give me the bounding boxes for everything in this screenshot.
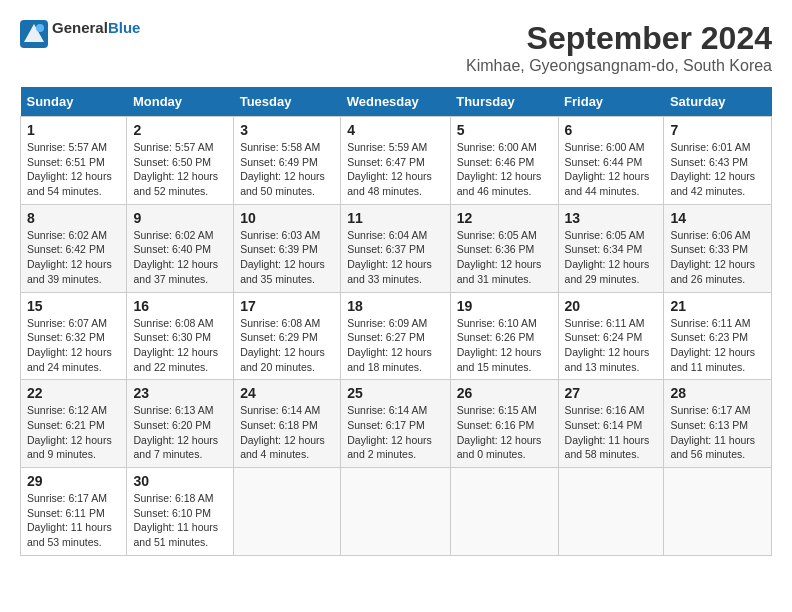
- day-number: 10: [240, 210, 334, 226]
- logo: GeneralBlue: [20, 20, 140, 48]
- calendar-cell: 14Sunrise: 6:06 AMSunset: 6:33 PMDayligh…: [664, 204, 772, 292]
- day-info: Sunrise: 6:00 AMSunset: 6:44 PMDaylight:…: [565, 141, 650, 197]
- logo-icon: [20, 20, 48, 48]
- calendar-cell: [450, 468, 558, 556]
- calendar-cell: [234, 468, 341, 556]
- day-info: Sunrise: 6:11 AMSunset: 6:23 PMDaylight:…: [670, 317, 755, 373]
- calendar-cell: 3Sunrise: 5:58 AMSunset: 6:49 PMDaylight…: [234, 117, 341, 205]
- header-tuesday: Tuesday: [234, 87, 341, 117]
- calendar-cell: 20Sunrise: 6:11 AMSunset: 6:24 PMDayligh…: [558, 292, 664, 380]
- calendar-cell: 22Sunrise: 6:12 AMSunset: 6:21 PMDayligh…: [21, 380, 127, 468]
- calendar-cell: 9Sunrise: 6:02 AMSunset: 6:40 PMDaylight…: [127, 204, 234, 292]
- calendar-cell: 19Sunrise: 6:10 AMSunset: 6:26 PMDayligh…: [450, 292, 558, 380]
- day-number: 2: [133, 122, 227, 138]
- header-thursday: Thursday: [450, 87, 558, 117]
- day-info: Sunrise: 5:58 AMSunset: 6:49 PMDaylight:…: [240, 141, 325, 197]
- day-info: Sunrise: 6:15 AMSunset: 6:16 PMDaylight:…: [457, 404, 542, 460]
- calendar-cell: 16Sunrise: 6:08 AMSunset: 6:30 PMDayligh…: [127, 292, 234, 380]
- calendar-cell: 27Sunrise: 6:16 AMSunset: 6:14 PMDayligh…: [558, 380, 664, 468]
- calendar-cell: 12Sunrise: 6:05 AMSunset: 6:36 PMDayligh…: [450, 204, 558, 292]
- day-info: Sunrise: 6:10 AMSunset: 6:26 PMDaylight:…: [457, 317, 542, 373]
- calendar-cell: 23Sunrise: 6:13 AMSunset: 6:20 PMDayligh…: [127, 380, 234, 468]
- calendar-cell: [664, 468, 772, 556]
- day-number: 29: [27, 473, 120, 489]
- day-info: Sunrise: 6:08 AMSunset: 6:30 PMDaylight:…: [133, 317, 218, 373]
- day-number: 12: [457, 210, 552, 226]
- day-info: Sunrise: 6:07 AMSunset: 6:32 PMDaylight:…: [27, 317, 112, 373]
- day-number: 4: [347, 122, 443, 138]
- day-info: Sunrise: 6:02 AMSunset: 6:42 PMDaylight:…: [27, 229, 112, 285]
- day-number: 11: [347, 210, 443, 226]
- calendar-week-5: 29Sunrise: 6:17 AMSunset: 6:11 PMDayligh…: [21, 468, 772, 556]
- day-info: Sunrise: 6:01 AMSunset: 6:43 PMDaylight:…: [670, 141, 755, 197]
- day-info: Sunrise: 6:13 AMSunset: 6:20 PMDaylight:…: [133, 404, 218, 460]
- day-info: Sunrise: 6:02 AMSunset: 6:40 PMDaylight:…: [133, 229, 218, 285]
- calendar-cell: 10Sunrise: 6:03 AMSunset: 6:39 PMDayligh…: [234, 204, 341, 292]
- day-info: Sunrise: 6:00 AMSunset: 6:46 PMDaylight:…: [457, 141, 542, 197]
- day-number: 8: [27, 210, 120, 226]
- day-number: 23: [133, 385, 227, 401]
- day-info: Sunrise: 6:18 AMSunset: 6:10 PMDaylight:…: [133, 492, 218, 548]
- day-number: 19: [457, 298, 552, 314]
- day-number: 18: [347, 298, 443, 314]
- calendar-cell: 13Sunrise: 6:05 AMSunset: 6:34 PMDayligh…: [558, 204, 664, 292]
- day-info: Sunrise: 6:09 AMSunset: 6:27 PMDaylight:…: [347, 317, 432, 373]
- calendar-cell: 26Sunrise: 6:15 AMSunset: 6:16 PMDayligh…: [450, 380, 558, 468]
- day-number: 7: [670, 122, 765, 138]
- calendar-cell: 4Sunrise: 5:59 AMSunset: 6:47 PMDaylight…: [341, 117, 450, 205]
- day-number: 17: [240, 298, 334, 314]
- day-number: 1: [27, 122, 120, 138]
- calendar-cell: 8Sunrise: 6:02 AMSunset: 6:42 PMDaylight…: [21, 204, 127, 292]
- day-info: Sunrise: 6:08 AMSunset: 6:29 PMDaylight:…: [240, 317, 325, 373]
- day-number: 20: [565, 298, 658, 314]
- calendar-cell: 1Sunrise: 5:57 AMSunset: 6:51 PMDaylight…: [21, 117, 127, 205]
- calendar-cell: 29Sunrise: 6:17 AMSunset: 6:11 PMDayligh…: [21, 468, 127, 556]
- day-info: Sunrise: 5:57 AMSunset: 6:51 PMDaylight:…: [27, 141, 112, 197]
- day-number: 26: [457, 385, 552, 401]
- header-monday: Monday: [127, 87, 234, 117]
- calendar-week-3: 15Sunrise: 6:07 AMSunset: 6:32 PMDayligh…: [21, 292, 772, 380]
- day-info: Sunrise: 5:57 AMSunset: 6:50 PMDaylight:…: [133, 141, 218, 197]
- calendar-cell: 21Sunrise: 6:11 AMSunset: 6:23 PMDayligh…: [664, 292, 772, 380]
- logo-text: GeneralBlue: [52, 20, 140, 37]
- calendar-cell: 24Sunrise: 6:14 AMSunset: 6:18 PMDayligh…: [234, 380, 341, 468]
- day-number: 15: [27, 298, 120, 314]
- calendar-cell: 7Sunrise: 6:01 AMSunset: 6:43 PMDaylight…: [664, 117, 772, 205]
- day-info: Sunrise: 6:03 AMSunset: 6:39 PMDaylight:…: [240, 229, 325, 285]
- calendar-cell: 30Sunrise: 6:18 AMSunset: 6:10 PMDayligh…: [127, 468, 234, 556]
- calendar-table: SundayMondayTuesdayWednesdayThursdayFrid…: [20, 87, 772, 556]
- title-section: September 2024 Kimhae, Gyeongsangnam-do,…: [466, 20, 772, 75]
- calendar-cell: 2Sunrise: 5:57 AMSunset: 6:50 PMDaylight…: [127, 117, 234, 205]
- page-subtitle: Kimhae, Gyeongsangnam-do, South Korea: [466, 57, 772, 75]
- day-info: Sunrise: 6:17 AMSunset: 6:11 PMDaylight:…: [27, 492, 112, 548]
- day-number: 9: [133, 210, 227, 226]
- day-number: 27: [565, 385, 658, 401]
- day-number: 22: [27, 385, 120, 401]
- page-title: September 2024: [466, 20, 772, 57]
- day-info: Sunrise: 6:06 AMSunset: 6:33 PMDaylight:…: [670, 229, 755, 285]
- day-info: Sunrise: 6:17 AMSunset: 6:13 PMDaylight:…: [670, 404, 755, 460]
- calendar-cell: 6Sunrise: 6:00 AMSunset: 6:44 PMDaylight…: [558, 117, 664, 205]
- day-number: 5: [457, 122, 552, 138]
- day-number: 6: [565, 122, 658, 138]
- day-info: Sunrise: 6:04 AMSunset: 6:37 PMDaylight:…: [347, 229, 432, 285]
- calendar-cell: 17Sunrise: 6:08 AMSunset: 6:29 PMDayligh…: [234, 292, 341, 380]
- calendar-cell: 28Sunrise: 6:17 AMSunset: 6:13 PMDayligh…: [664, 380, 772, 468]
- day-number: 21: [670, 298, 765, 314]
- header-saturday: Saturday: [664, 87, 772, 117]
- day-number: 28: [670, 385, 765, 401]
- calendar-cell: [558, 468, 664, 556]
- calendar-week-2: 8Sunrise: 6:02 AMSunset: 6:42 PMDaylight…: [21, 204, 772, 292]
- day-info: Sunrise: 6:14 AMSunset: 6:17 PMDaylight:…: [347, 404, 432, 460]
- day-info: Sunrise: 6:05 AMSunset: 6:36 PMDaylight:…: [457, 229, 542, 285]
- calendar-header-row: SundayMondayTuesdayWednesdayThursdayFrid…: [21, 87, 772, 117]
- calendar-cell: 25Sunrise: 6:14 AMSunset: 6:17 PMDayligh…: [341, 380, 450, 468]
- day-number: 16: [133, 298, 227, 314]
- calendar-cell: 11Sunrise: 6:04 AMSunset: 6:37 PMDayligh…: [341, 204, 450, 292]
- day-number: 25: [347, 385, 443, 401]
- calendar-week-1: 1Sunrise: 5:57 AMSunset: 6:51 PMDaylight…: [21, 117, 772, 205]
- day-info: Sunrise: 6:14 AMSunset: 6:18 PMDaylight:…: [240, 404, 325, 460]
- svg-point-2: [36, 24, 44, 32]
- calendar-cell: 15Sunrise: 6:07 AMSunset: 6:32 PMDayligh…: [21, 292, 127, 380]
- day-info: Sunrise: 6:05 AMSunset: 6:34 PMDaylight:…: [565, 229, 650, 285]
